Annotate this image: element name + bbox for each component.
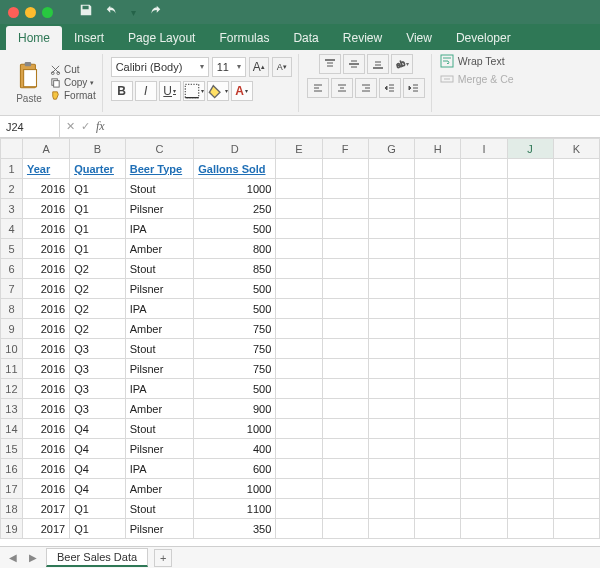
cell-D10[interactable]: 750: [194, 339, 276, 359]
cell-H1[interactable]: [415, 159, 461, 179]
cell-C10[interactable]: Stout: [125, 339, 194, 359]
cell-H11[interactable]: [415, 359, 461, 379]
column-header-D[interactable]: D: [194, 139, 276, 159]
cell-C14[interactable]: Stout: [125, 419, 194, 439]
cell-A3[interactable]: 2016: [22, 199, 69, 219]
cell-F15[interactable]: [322, 439, 368, 459]
cell-B10[interactable]: Q3: [70, 339, 126, 359]
cell-K14[interactable]: [553, 419, 599, 439]
cell-D8[interactable]: 500: [194, 299, 276, 319]
cell-F2[interactable]: [322, 179, 368, 199]
cell-A15[interactable]: 2016: [22, 439, 69, 459]
align-top-button[interactable]: [319, 54, 341, 74]
fill-color-button[interactable]: ▾: [207, 81, 229, 101]
cell-C4[interactable]: IPA: [125, 219, 194, 239]
row-header-12[interactable]: 12: [1, 379, 23, 399]
column-header-C[interactable]: C: [125, 139, 194, 159]
redo-icon[interactable]: [148, 3, 162, 21]
cell-H10[interactable]: [415, 339, 461, 359]
undo-icon[interactable]: [105, 3, 119, 21]
cell-K9[interactable]: [553, 319, 599, 339]
cell-C13[interactable]: Amber: [125, 399, 194, 419]
cell-E8[interactable]: [276, 299, 322, 319]
cell-D9[interactable]: 750: [194, 319, 276, 339]
cell-H18[interactable]: [415, 499, 461, 519]
cell-J12[interactable]: [507, 379, 553, 399]
cell-I14[interactable]: [461, 419, 507, 439]
decrease-font-button[interactable]: A▾: [272, 57, 292, 77]
cell-K10[interactable]: [553, 339, 599, 359]
cell-G4[interactable]: [368, 219, 414, 239]
add-sheet-button[interactable]: +: [154, 549, 172, 567]
cell-D5[interactable]: 800: [194, 239, 276, 259]
cell-C12[interactable]: IPA: [125, 379, 194, 399]
font-name-select[interactable]: Calibri (Body)▾: [111, 57, 209, 77]
cell-I16[interactable]: [461, 459, 507, 479]
column-header-J[interactable]: J: [507, 139, 553, 159]
cell-E3[interactable]: [276, 199, 322, 219]
cell-B16[interactable]: Q4: [70, 459, 126, 479]
cell-J10[interactable]: [507, 339, 553, 359]
cell-E17[interactable]: [276, 479, 322, 499]
row-header-11[interactable]: 11: [1, 359, 23, 379]
cell-J1[interactable]: [507, 159, 553, 179]
cell-H7[interactable]: [415, 279, 461, 299]
window-minimize-button[interactable]: [25, 7, 36, 18]
format-painter-button[interactable]: Format: [50, 90, 96, 101]
cell-A5[interactable]: 2016: [22, 239, 69, 259]
cell-E16[interactable]: [276, 459, 322, 479]
cell-K19[interactable]: [553, 519, 599, 539]
cell-I4[interactable]: [461, 219, 507, 239]
cell-J18[interactable]: [507, 499, 553, 519]
cell-F17[interactable]: [322, 479, 368, 499]
cell-H4[interactable]: [415, 219, 461, 239]
cancel-formula-icon[interactable]: ✕: [66, 120, 75, 133]
ribbon-tab-developer[interactable]: Developer: [444, 26, 523, 50]
cell-G10[interactable]: [368, 339, 414, 359]
cell-G3[interactable]: [368, 199, 414, 219]
cell-I12[interactable]: [461, 379, 507, 399]
cell-K2[interactable]: [553, 179, 599, 199]
cell-J7[interactable]: [507, 279, 553, 299]
orientation-button[interactable]: ab▾: [391, 54, 413, 74]
cell-I7[interactable]: [461, 279, 507, 299]
cell-F12[interactable]: [322, 379, 368, 399]
cell-E12[interactable]: [276, 379, 322, 399]
cell-J11[interactable]: [507, 359, 553, 379]
cell-I2[interactable]: [461, 179, 507, 199]
cell-G16[interactable]: [368, 459, 414, 479]
cell-K13[interactable]: [553, 399, 599, 419]
cell-E19[interactable]: [276, 519, 322, 539]
cell-E13[interactable]: [276, 399, 322, 419]
cell-C2[interactable]: Stout: [125, 179, 194, 199]
select-all-corner[interactable]: [1, 139, 23, 159]
sheet-tab-active[interactable]: Beer Sales Data: [46, 548, 148, 567]
cell-A1[interactable]: Year: [22, 159, 69, 179]
cell-E7[interactable]: [276, 279, 322, 299]
cell-G17[interactable]: [368, 479, 414, 499]
row-header-5[interactable]: 5: [1, 239, 23, 259]
align-bottom-button[interactable]: [367, 54, 389, 74]
sheet-prev-button[interactable]: ◀: [6, 552, 20, 563]
cell-B11[interactable]: Q3: [70, 359, 126, 379]
cell-K17[interactable]: [553, 479, 599, 499]
cell-G14[interactable]: [368, 419, 414, 439]
cell-E10[interactable]: [276, 339, 322, 359]
cell-A11[interactable]: 2016: [22, 359, 69, 379]
row-header-18[interactable]: 18: [1, 499, 23, 519]
cell-F3[interactable]: [322, 199, 368, 219]
cell-I15[interactable]: [461, 439, 507, 459]
paste-button[interactable]: Paste: [12, 59, 46, 106]
cell-J14[interactable]: [507, 419, 553, 439]
row-header-9[interactable]: 9: [1, 319, 23, 339]
cell-H15[interactable]: [415, 439, 461, 459]
cell-J8[interactable]: [507, 299, 553, 319]
cell-C6[interactable]: Stout: [125, 259, 194, 279]
cell-D4[interactable]: 500: [194, 219, 276, 239]
sheet-next-button[interactable]: ▶: [26, 552, 40, 563]
ribbon-tab-insert[interactable]: Insert: [62, 26, 116, 50]
cell-F7[interactable]: [322, 279, 368, 299]
font-size-select[interactable]: 11▾: [212, 57, 246, 77]
cell-E18[interactable]: [276, 499, 322, 519]
cell-H17[interactable]: [415, 479, 461, 499]
